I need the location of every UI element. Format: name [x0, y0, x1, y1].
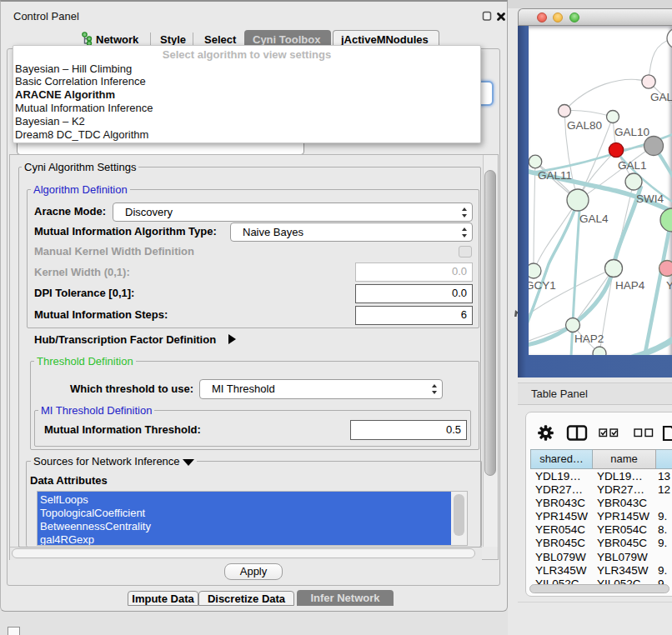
svg-text:GAL10: GAL10 — [614, 126, 649, 138]
svg-text:GCY1: GCY1 — [529, 279, 556, 292]
svg-text:HAP2: HAP2 — [574, 332, 604, 345]
svg-text:GAL: GAL — [650, 91, 672, 103]
svg-text:GAL80: GAL80 — [567, 119, 602, 132]
svg-text:GAL4: GAL4 — [579, 212, 609, 225]
svg-text:SWI4: SWI4 — [636, 192, 664, 205]
svg-text:GAL11: GAL11 — [538, 169, 572, 182]
svg-text:GAL1: GAL1 — [618, 159, 647, 172]
svg-text:HAP4: HAP4 — [615, 279, 645, 292]
svg-text:Y: Y — [666, 279, 672, 292]
